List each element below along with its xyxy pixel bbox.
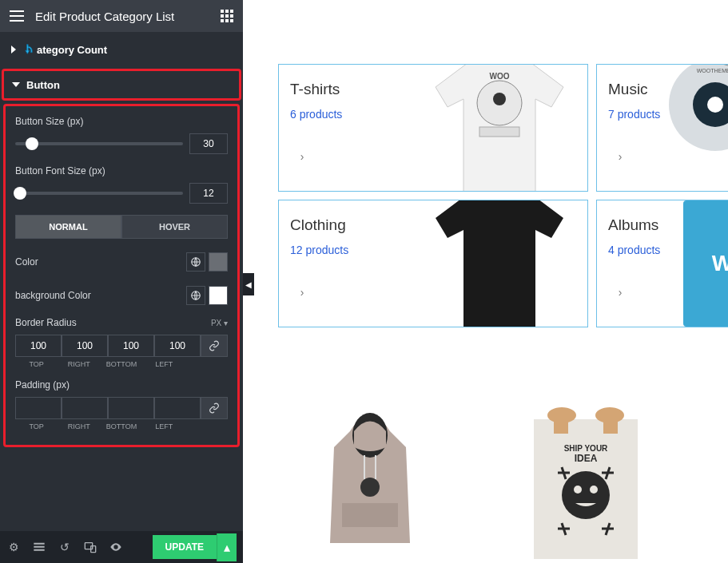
border-radius-right[interactable] — [62, 335, 108, 357]
field-label: Border Radius — [15, 317, 77, 328]
update-button[interactable]: UPDATE — [153, 535, 217, 559]
svg-rect-13 — [342, 503, 398, 527]
poster-image: SHIP YOUR IDEA — [518, 407, 654, 563]
svg-rect-18 — [554, 414, 568, 434]
preview-icon[interactable] — [109, 540, 123, 554]
svg-text:IDEA: IDEA — [575, 453, 598, 464]
button-font-size-field: Button Font Size (px) — [15, 165, 228, 204]
pointer-cursor-icon — [21, 43, 37, 59]
border-radius-bottom[interactable] — [108, 335, 154, 357]
apps-icon[interactable] — [221, 10, 233, 22]
svg-point-10 — [707, 97, 723, 113]
card-count: 12 products — [290, 244, 348, 256]
color-swatch[interactable] — [209, 252, 228, 272]
svg-point-5 — [493, 93, 506, 105]
card-arrow-button[interactable]: › — [290, 280, 314, 304]
global-color-icon[interactable] — [186, 252, 205, 272]
chevron-right-icon — [11, 46, 16, 54]
tab-normal[interactable]: NORMAL — [15, 215, 121, 239]
card-arrow-button[interactable]: › — [608, 280, 632, 304]
lbl-right: RIGHT — [58, 360, 100, 368]
tab-hover[interactable]: HOVER — [121, 215, 228, 239]
category-cards: T-shirts 6 products › WOO Music 7 produc… — [278, 64, 728, 327]
editor-sidebar: Edit Product Category List ategory Count… — [0, 0, 243, 563]
update-button-group: UPDATE ▴ — [153, 533, 237, 561]
bg-color-swatch[interactable] — [209, 286, 228, 305]
navigator-icon[interactable] — [32, 540, 46, 554]
global-color-icon[interactable] — [186, 286, 205, 305]
lbl-left: LEFT — [143, 360, 185, 368]
chevron-down-icon — [12, 82, 20, 87]
page-title: Edit Product Category List — [35, 10, 221, 23]
button-font-size-slider[interactable] — [15, 192, 183, 195]
settings-icon[interactable]: ⚙ — [6, 540, 21, 554]
border-radius-left[interactable] — [154, 335, 201, 357]
lbl-top: TOP — [15, 422, 58, 430]
lbl-bottom: BOTTOM — [100, 422, 142, 430]
card-arrow-button[interactable]: › — [608, 145, 632, 169]
padding-right[interactable] — [62, 397, 108, 419]
unit-label[interactable]: PX ▾ — [211, 319, 228, 327]
bottom-products: SHIP YOUR IDEA — [318, 407, 728, 563]
card-count: 7 products — [608, 108, 660, 121]
bg-color-row: background Color — [15, 283, 228, 307]
button-panel: Button Size (px) Button Font Size (px) N… — [3, 104, 240, 447]
padding-bottom[interactable] — [108, 397, 154, 419]
hoodie-image — [318, 407, 422, 551]
svg-text:WOO: WOO — [490, 72, 510, 81]
link-values-icon[interactable] — [201, 335, 228, 357]
black-tshirt-image — [420, 200, 579, 327]
card-arrow-button[interactable]: › — [290, 145, 314, 169]
button-size-input[interactable] — [189, 133, 228, 154]
topbar: Edit Product Category List — [0, 0, 243, 32]
svg-point-20 — [562, 471, 610, 519]
menu-icon[interactable] — [10, 10, 24, 22]
border-radius-field: Border Radius PX ▾ TOP RIGHT BOTTOM LEFT — [15, 317, 228, 368]
padding-field: Padding (px) TOP RIGHT BOTTOM LEFT — [15, 379, 228, 430]
svg-point-22 — [590, 486, 598, 494]
color-row: Color — [15, 250, 228, 274]
category-card-albums[interactable]: Albums 4 products › W — [596, 200, 728, 327]
field-label: Button Size (px) — [15, 116, 228, 127]
padding-top[interactable] — [15, 397, 62, 419]
state-tabs: NORMAL HOVER — [15, 215, 228, 239]
button-size-field: Button Size (px) — [15, 116, 228, 154]
svg-point-21 — [574, 486, 582, 494]
card-title: Albums — [608, 216, 660, 234]
button-size-slider[interactable] — [15, 142, 183, 145]
padding-left[interactable] — [154, 397, 201, 419]
music-disc-image: WOOTHEMES — [667, 64, 728, 153]
category-card-clothing[interactable]: Clothing 12 products › — [278, 200, 588, 327]
section-label: ategory Count — [37, 44, 107, 56]
svg-rect-6 — [479, 127, 519, 137]
button-font-size-input[interactable] — [189, 183, 228, 204]
card-count: 6 products — [290, 108, 342, 121]
lbl-bottom: BOTTOM — [100, 360, 142, 368]
svg-text:WOOTHEMES: WOOTHEMES — [697, 68, 728, 73]
field-label: Button Font Size (px) — [15, 165, 228, 176]
color-label: Color — [15, 256, 38, 268]
card-title: Music — [608, 81, 660, 98]
bg-color-label: background Color — [15, 290, 91, 301]
albums-image: W — [683, 200, 728, 327]
lbl-right: RIGHT — [58, 422, 100, 430]
tshirt-image: WOO — [420, 64, 579, 192]
preview-area: T-shirts 6 products › WOO Music 7 produc… — [243, 0, 728, 563]
category-card-tshirts[interactable]: T-shirts 6 products › WOO — [278, 64, 588, 192]
svg-text:SHIP YOUR: SHIP YOUR — [564, 444, 608, 453]
section-button[interactable]: Button — [2, 69, 241, 101]
category-card-music[interactable]: Music 7 products › WOOTHEMES — [596, 64, 728, 192]
card-title: T-shirts — [290, 81, 342, 98]
history-icon[interactable]: ↺ — [58, 540, 72, 554]
card-title: Clothing — [290, 216, 348, 234]
card-count: 4 products — [608, 244, 660, 256]
update-caret[interactable]: ▴ — [217, 533, 237, 561]
slider-thumb[interactable] — [26, 137, 38, 150]
lbl-left: LEFT — [143, 422, 185, 430]
link-values-icon[interactable] — [201, 397, 228, 419]
responsive-icon[interactable] — [83, 540, 97, 554]
slider-thumb[interactable] — [14, 187, 26, 200]
border-radius-top[interactable] — [15, 335, 62, 357]
lbl-top: TOP — [15, 360, 58, 368]
svg-rect-19 — [603, 414, 618, 434]
